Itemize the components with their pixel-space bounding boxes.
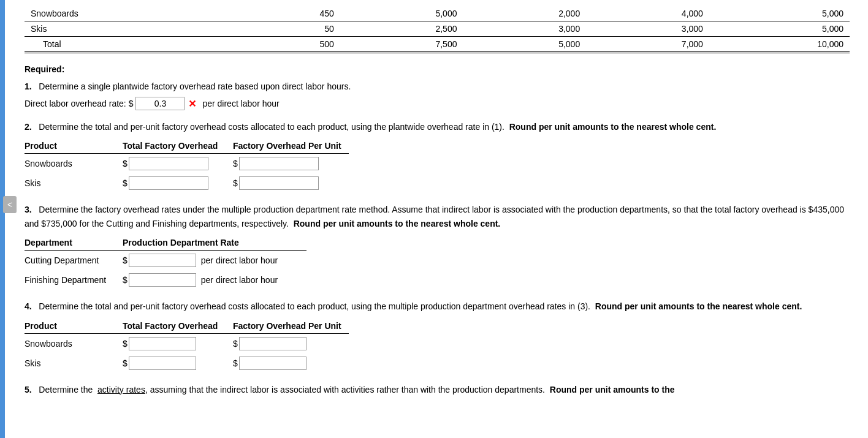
q1-per-text: per direct labor hour (202, 99, 279, 108)
col1-cell: 50 (243, 21, 340, 37)
col4-cell: 4,000 (586, 6, 709, 21)
q3-header-row: Department Production Department Rate (25, 235, 306, 251)
q2-table: Product Total Factory Overhead Factory O… (25, 138, 349, 193)
q2-text: 2. Determine the total and per-unit fact… (25, 120, 850, 134)
dollar-sign: $ (123, 178, 128, 188)
q4-product-snowboards: Snowboards (25, 333, 123, 353)
dollar-sign: $ (123, 339, 128, 349)
q3-cutting-rate: $ per direct labor hour (123, 251, 306, 271)
col4-cell: 3,000 (586, 21, 709, 37)
col3-cell: 3,000 (463, 21, 586, 37)
q2-product-skis: Skis (25, 173, 123, 193)
q4-total-skis: $ (123, 353, 233, 373)
q5-number: 5. (25, 385, 32, 395)
q4-table: Product Total Factory Overhead Factory O… (25, 319, 349, 373)
q1-text: 1. Determine a single plantwide factory … (25, 80, 850, 93)
q3-number: 3. (25, 205, 32, 214)
q4-description: Determine the total and per-unit factory… (39, 301, 590, 311)
q4-number: 4. (25, 301, 32, 311)
product-cell: Skis (25, 21, 243, 37)
q4-snowboards-total-input[interactable] (129, 337, 196, 350)
q2-unit-snowboards: $ (233, 154, 349, 174)
q2-snowboards-total-input[interactable] (129, 157, 208, 170)
activity-rates-link[interactable]: activity rates (97, 385, 145, 395)
total-row: Total 500 7,500 5,000 7,000 10,000 (25, 37, 850, 53)
q3-table: Department Production Department Rate Cu… (25, 235, 306, 290)
q4-row-snowboards: Snowboards $ $ (25, 333, 349, 353)
col1-cell: 450 (243, 6, 340, 21)
q4-text: 4. Determine the total and per-unit fact… (25, 300, 850, 313)
q1-label: Direct labor overhead rate: $ (25, 99, 133, 108)
dollar-sign: $ (233, 339, 238, 349)
question-1-section: 1. Determine a single plantwide factory … (25, 80, 850, 110)
q2-number: 2. (25, 122, 32, 132)
q4-header-row: Product Total Factory Overhead Factory O… (25, 319, 349, 334)
q2-row-skis: Skis $ $ (25, 173, 349, 193)
back-arrow-button[interactable]: < (3, 196, 17, 213)
q4-product-skis: Skis (25, 353, 123, 373)
dollar-sign: $ (123, 255, 128, 265)
q3-finishing-rate: $ per direct labor hour (123, 270, 306, 290)
dollar-sign: $ (123, 275, 128, 285)
q5-text: 5. Determine the activity rates, assumin… (25, 383, 850, 396)
error-icon: ✕ (188, 98, 196, 110)
q2-product-snowboards: Snowboards (25, 154, 123, 174)
q4-unit-header: Factory Overhead Per Unit (233, 319, 349, 334)
table-row: Snowboards 450 5,000 2,000 4,000 5,000 (25, 6, 850, 21)
q4-unit-skis: $ (233, 353, 349, 373)
dollar-sign: $ (123, 159, 128, 168)
question-2-section: 2. Determine the total and per-unit fact… (25, 120, 850, 193)
q2-total-snowboards: $ (123, 154, 233, 174)
q2-skis-total-input[interactable] (129, 176, 208, 190)
total-col4: 7,000 (586, 37, 709, 53)
col3-cell: 2,000 (463, 6, 586, 21)
q4-skis-unit-input[interactable] (239, 357, 306, 370)
q3-text: 3. Determine the factory overhead rates … (25, 203, 850, 230)
dollar-sign: $ (233, 358, 238, 368)
q4-total-header: Total Factory Overhead (123, 319, 233, 334)
question-5-section: 5. Determine the activity rates, assumin… (25, 383, 850, 396)
q3-cutting-rate-input[interactable] (129, 254, 196, 267)
q5-text-before: Determine the (39, 385, 93, 395)
q5-text-after: , assuming that the indirect labor is as… (145, 385, 545, 395)
q3-row-finishing: Finishing Department $ per direct labor … (25, 270, 306, 290)
q3-finishing-rate-input[interactable] (129, 273, 196, 287)
q2-header-row: Product Total Factory Overhead Factory O… (25, 138, 349, 154)
q3-cutting-label: Cutting Department (25, 251, 123, 271)
q5-bold: Round per unit amounts to the (550, 385, 675, 395)
q2-product-header: Product (25, 138, 123, 154)
left-indicator (0, 0, 5, 438)
col5-cell: 5,000 (709, 21, 850, 37)
q3-dept-header: Department (25, 235, 123, 251)
q4-row-skis: Skis $ $ (25, 353, 349, 373)
table-row: Skis 50 2,500 3,000 3,000 5,000 (25, 21, 850, 37)
q3-finishing-per-text: per direct labor hour (201, 275, 278, 285)
dollar-sign: $ (123, 358, 128, 368)
direct-labor-rate-input[interactable] (135, 97, 185, 110)
col2-cell: 2,500 (340, 21, 463, 37)
q2-total-skis: $ (123, 173, 233, 193)
q1-input-row: Direct labor overhead rate: $ ✕ per dire… (25, 97, 850, 110)
q3-rate-header: Production Department Rate (123, 235, 306, 251)
product-cell: Snowboards (25, 6, 243, 21)
q2-snowboards-unit-input[interactable] (239, 157, 319, 170)
total-col2: 7,500 (340, 37, 463, 53)
q1-description: Determine a single plantwide factory ove… (39, 81, 351, 91)
q2-total-header: Total Factory Overhead (123, 138, 233, 154)
col5-cell: 5,000 (709, 6, 850, 21)
q3-cutting-per-text: per direct labor hour (201, 255, 278, 265)
total-col1: 500 (243, 37, 340, 53)
top-table: Snowboards 450 5,000 2,000 4,000 5,000 S… (25, 6, 850, 53)
dollar-sign: $ (233, 159, 238, 168)
total-label: Total (25, 37, 243, 53)
q1-number: 1. (25, 81, 32, 91)
q3-bold: Round per unit amounts to the nearest wh… (294, 219, 501, 228)
q2-skis-unit-input[interactable] (239, 176, 319, 190)
q4-skis-total-input[interactable] (129, 357, 196, 370)
q3-finishing-label: Finishing Department (25, 270, 123, 290)
col2-cell: 5,000 (340, 6, 463, 21)
q2-row-snowboards: Snowboards $ $ (25, 154, 349, 174)
q4-total-snowboards: $ (123, 333, 233, 353)
q4-snowboards-unit-input[interactable] (239, 337, 306, 350)
question-4-section: 4. Determine the total and per-unit fact… (25, 300, 850, 372)
